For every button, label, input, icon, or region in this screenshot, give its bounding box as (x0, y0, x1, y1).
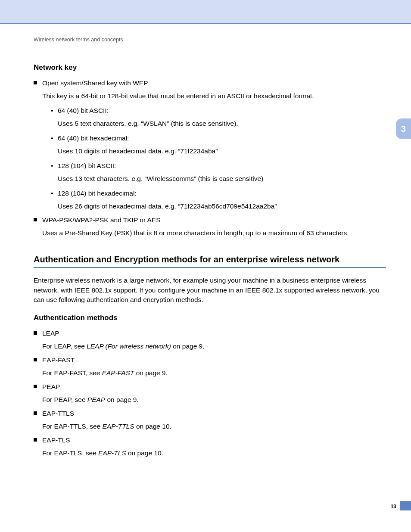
heading-rule (34, 267, 386, 268)
item-title: PEAP (42, 382, 386, 392)
item-body: Uses 5 text characters. e.g. “WSLAN” (th… (58, 118, 386, 129)
item-body: For LEAP, see LEAP (For wireless network… (42, 341, 386, 352)
ref-post: on page 9. (105, 396, 139, 403)
heading-auth-methods: Authentication methods (34, 314, 386, 322)
list-item: LEAP For LEAP, see LEAP (For wireless ne… (34, 328, 386, 352)
breadcrumb: Wireless network terms and concepts (34, 37, 386, 43)
heading-auth-enterprise: Authentication and Encryption methods fo… (34, 255, 386, 264)
page-content: Wireless network terms and concepts Netw… (0, 24, 411, 458)
item-body: Uses 10 digits of hexadecimal data. e.g.… (58, 146, 386, 156)
ref-link[interactable]: EAP-FAST (102, 369, 134, 376)
ref-post: on page 10. (126, 449, 163, 457)
page-corner-decoration (400, 501, 411, 510)
page-number: 13 (391, 504, 396, 510)
item-title: EAP-TLS (42, 435, 386, 445)
list-item: EAP-FAST For EAP-FAST, see EAP-FAST on p… (34, 355, 386, 378)
ref-post: on page 9. (171, 342, 205, 350)
item-title: LEAP (42, 328, 386, 339)
item-title: Open system/Shared key with WEP (42, 78, 386, 88)
auth-methods-list: LEAP For LEAP, see LEAP (For wireless ne… (34, 328, 386, 458)
ref-pre: For EAP-FAST, see (42, 369, 102, 376)
item-title: WPA-PSK/WPA2-PSK and TKIP or AES (42, 215, 386, 225)
item-body: For PEAP, see PEAP on page 9. (42, 395, 386, 405)
ref-link[interactable]: EAP-TTLS (103, 423, 134, 430)
ref-pre: For EAP-TTLS, see (42, 423, 103, 430)
ref-link[interactable]: LEAP (For wireless network) (87, 342, 171, 350)
item-title: 128 (104) bit hexadecimal: (58, 188, 386, 199)
list-item: WPA-PSK/WPA2-PSK and TKIP or AES Uses a … (34, 215, 386, 238)
list-item: 64 (40) bit hexadecimal: Uses 10 digits … (51, 133, 386, 156)
item-body: This key is a 64-bit or 128-bit value th… (42, 91, 386, 101)
ref-pre: For EAP-TLS, see (42, 449, 98, 457)
item-body: Uses 26 digits of hexadecimal data. e.g.… (58, 201, 386, 212)
list-item: PEAP For PEAP, see PEAP on page 9. (34, 382, 386, 405)
ref-post: on page 9. (134, 369, 168, 376)
network-key-list: Open system/Shared key with WEP This key… (34, 78, 386, 238)
item-title: EAP-FAST (42, 355, 386, 365)
item-title: 64 (40) bit hexadecimal: (58, 133, 386, 143)
ref-link[interactable]: EAP-TLS (98, 449, 126, 457)
item-body: For EAP-TTLS, see EAP-TTLS on page 10. (42, 421, 386, 432)
ref-link[interactable]: PEAP (87, 396, 105, 403)
list-item: Open system/Shared key with WEP This key… (34, 78, 386, 212)
item-body: For EAP-FAST, see EAP-FAST on page 9. (42, 368, 386, 378)
item-body: For EAP-TLS, see EAP-TLS on page 10. (42, 448, 386, 458)
list-item: 128 (104) bit ASCII: Uses 13 text charac… (51, 161, 386, 184)
ref-pre: For PEAP, see (42, 396, 87, 403)
list-item: 64 (40) bit ASCII: Uses 5 text character… (51, 106, 386, 129)
item-body: Uses 13 text characters. e.g. “Wirelessc… (58, 174, 386, 184)
item-title: 128 (104) bit ASCII: (58, 161, 386, 171)
ref-post: on page 10. (134, 423, 171, 430)
item-body: Uses a Pre-Shared Key (PSK) that is 8 or… (42, 228, 386, 238)
ref-pre: For LEAP, see (42, 342, 87, 350)
header-band (0, 0, 411, 24)
heading-network-key: Network key (34, 63, 386, 72)
list-item: 128 (104) bit hexadecimal: Uses 26 digit… (51, 188, 386, 212)
intro-paragraph: Enterprise wireless network is a large n… (34, 276, 386, 305)
list-item: EAP-TLS For EAP-TLS, see EAP-TLS on page… (34, 435, 386, 458)
item-title: EAP-TTLS (42, 408, 386, 419)
list-item: EAP-TTLS For EAP-TTLS, see EAP-TTLS on p… (34, 408, 386, 432)
chapter-tab: 3 (396, 118, 411, 139)
item-title: 64 (40) bit ASCII: (58, 106, 386, 116)
sub-list: 64 (40) bit ASCII: Uses 5 text character… (42, 106, 386, 212)
